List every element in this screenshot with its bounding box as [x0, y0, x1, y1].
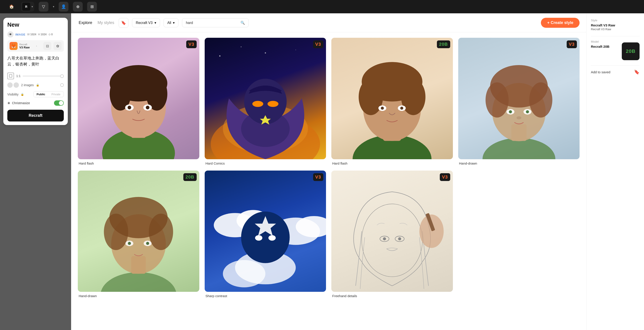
- nav-chevron[interactable]: ▾: [53, 5, 54, 8]
- settings-row: ⊟ ✿: [43, 42, 62, 50]
- badge-v3-7: V3: [440, 173, 450, 181]
- style-grid: V3 Hard flash: [71, 32, 586, 303]
- search-box: 🔍: [182, 18, 249, 27]
- brand-logo: R: [22, 3, 30, 11]
- style-card-hand-drawn-1[interactable]: V3 Hand-drawn: [458, 38, 580, 165]
- svg-point-45: [516, 116, 521, 119]
- add-to-saved-label: Add to saved: [591, 70, 610, 74]
- images-toggle-group: [7, 82, 19, 88]
- svg-point-12: [219, 55, 220, 56]
- new-label: New: [7, 21, 64, 28]
- style-card-sharp-contrast[interactable]: V3 Sharp contrast: [205, 171, 326, 298]
- christmasize-toggle[interactable]: [54, 100, 64, 106]
- style-image-freehand-details: V3: [331, 171, 453, 292]
- circle-dim: ⊙ 0: [48, 33, 53, 36]
- svg-point-66: [268, 235, 276, 241]
- model-dropdown-label: Recraft V3: [136, 21, 153, 25]
- badge-v3-1: V3: [186, 40, 196, 48]
- nav-grid-icon[interactable]: ⊞: [87, 2, 97, 11]
- style-section: Style Recraft V3 Raw Recraft V3 Raw: [591, 19, 640, 31]
- style-image-hand-drawn-2: 20B: [78, 171, 199, 292]
- recraft-button[interactable]: Recraft: [7, 110, 64, 121]
- ratio-handle[interactable]: [60, 74, 64, 78]
- svg-point-56: [146, 242, 149, 245]
- bookmark-button[interactable]: 🔖: [119, 18, 128, 28]
- visibility-lock-icon: 🔒: [21, 93, 24, 96]
- all-dropdown[interactable]: All ▾: [164, 18, 179, 27]
- home-icon[interactable]: 🏠: [7, 2, 16, 11]
- style-name-hand-drawn-2: Hand-drawn: [78, 294, 199, 298]
- svg-point-33: [400, 107, 403, 110]
- style-card-hand-drawn-2[interactable]: 20B Hand-drawn: [78, 171, 199, 298]
- nav-filter-icon[interactable]: ▽: [39, 2, 48, 11]
- all-dropdown-chevron: ▾: [173, 21, 175, 25]
- explore-tab[interactable]: Explore: [78, 19, 93, 27]
- ratio-slider[interactable]: [23, 76, 64, 76]
- image-dimensions: W 1024 H 1024 ⊙ 0: [27, 33, 53, 36]
- image-type-label: IMAGE: [15, 33, 25, 36]
- prompt-text: 八哥犬在草地上奔跑，蓝天白云，银杏树，黄叶: [7, 54, 64, 68]
- model-section-value: Recraft 20B: [591, 45, 609, 48]
- add-to-saved-bookmark-icon[interactable]: 🔖: [634, 69, 640, 75]
- badge-v3-2: V3: [313, 40, 323, 48]
- style-card-hard-flash-1[interactable]: V3 Hard flash: [78, 38, 199, 165]
- svg-point-15: [295, 49, 296, 50]
- my-styles-tab[interactable]: My styles: [97, 19, 115, 27]
- style-name-hard-flash-1: Hard flash: [78, 161, 199, 165]
- style-card-freehand-details[interactable]: V3 Freehand details: [331, 171, 453, 298]
- badge-v3-6: V3: [313, 173, 323, 181]
- nav-add-icon[interactable]: ⊕: [73, 2, 83, 11]
- svg-point-40: [529, 82, 552, 117]
- svg-point-44: [526, 110, 529, 113]
- model-badge: 20B: [622, 42, 640, 60]
- visibility-public-option[interactable]: Public: [34, 91, 48, 97]
- main-content: Explore My styles 🔖 Recraft V3 ▾ All ▾ 🔍…: [71, 13, 586, 330]
- brand-chevron-icon: ▾: [32, 5, 33, 8]
- model-dropdown-chevron: ▾: [154, 21, 156, 25]
- width-dim: W 1024: [27, 33, 36, 36]
- style-section-label: Style: [591, 19, 640, 22]
- model-selector[interactable]: 🦊 Recraft V3 Raw › ⊟ ✿: [7, 40, 64, 52]
- style-card-hard-flash-2[interactable]: 20B Hard flash: [331, 38, 453, 165]
- images-lock-icon: 🔒: [36, 83, 39, 87]
- palette-button[interactable]: ✿: [54, 42, 62, 50]
- new-project-panel: New 👁 IMAGE W 1024 H 1024 ⊙ 0 🦊 Recraft …: [3, 18, 68, 125]
- svg-point-51: [104, 214, 128, 250]
- visibility-private-option[interactable]: Private: [48, 91, 64, 97]
- style-image-sharp-contrast: V3: [205, 171, 326, 292]
- style-section-sub: Recraft V3 Raw: [591, 27, 640, 31]
- model-avatar: 🦊: [10, 42, 18, 50]
- brand-menu[interactable]: R ▾: [21, 2, 34, 11]
- images-handle[interactable]: [60, 83, 64, 87]
- svg-point-67: [362, 204, 422, 277]
- style-name-sharp-contrast: Sharp contrast: [205, 294, 326, 298]
- svg-point-65: [255, 235, 262, 241]
- sliders-button[interactable]: ⊟: [43, 42, 51, 50]
- visibility-label: Visibility: [7, 93, 18, 96]
- svg-point-11: [146, 106, 149, 109]
- svg-point-73: [398, 237, 401, 240]
- style-image-hard-flash-2: 20B: [331, 38, 453, 159]
- svg-point-47: [100, 272, 176, 292]
- style-image-hard-comics: V3: [205, 38, 326, 159]
- create-style-button[interactable]: + Create style: [541, 18, 580, 28]
- add-to-saved-row[interactable]: Add to saved 🔖: [591, 69, 640, 75]
- toggle-dot-2: [14, 82, 19, 88]
- search-input[interactable]: [186, 21, 239, 25]
- nav-user-icon[interactable]: 👤: [59, 2, 68, 11]
- svg-point-62: [223, 260, 265, 287]
- ratio-icon: [7, 73, 14, 79]
- style-image-hard-flash-1: V3: [78, 38, 199, 159]
- svg-rect-0: [9, 75, 12, 77]
- style-section-value: Recraft V3 Raw: [591, 23, 640, 27]
- height-dim: H 1024: [38, 33, 46, 36]
- model-name-text: Recraft V3 Raw: [19, 43, 30, 49]
- svg-point-14: [265, 52, 266, 53]
- visibility-toggle[interactable]: Public Private: [33, 91, 64, 97]
- images-label: 2 images: [21, 83, 34, 87]
- svg-point-31: [381, 107, 384, 110]
- model-chevron-icon: ›: [36, 44, 37, 47]
- christmasize-icon: ✳: [7, 101, 10, 105]
- model-dropdown[interactable]: Recraft V3 ▾: [132, 18, 160, 27]
- style-card-hard-comics[interactable]: V3 Hard Comics: [205, 38, 326, 165]
